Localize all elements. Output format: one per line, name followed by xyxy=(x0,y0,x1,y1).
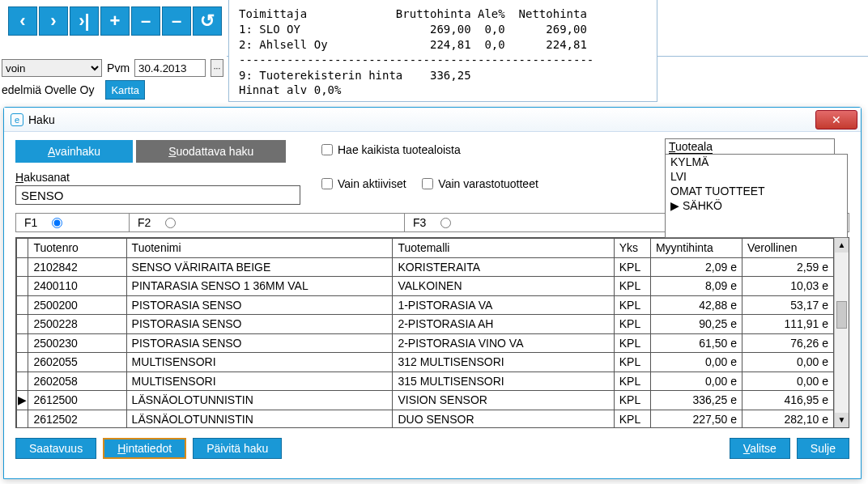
row-pointer: ▶ xyxy=(17,391,28,410)
f3-label: F3 xyxy=(413,216,426,229)
f2-radio[interactable] xyxy=(165,218,176,228)
cell-yks: KPL xyxy=(614,277,650,296)
nav-next-icon[interactable]: › xyxy=(39,6,68,36)
haku-dialog: e Haku ✕ Avainhaku Suodattava haku Hakus… xyxy=(3,107,862,479)
pvm-label: Pvm xyxy=(107,62,130,74)
scroll-down-icon[interactable]: ▼ xyxy=(835,413,849,427)
pvm-input[interactable] xyxy=(134,59,206,77)
cell-mh: 8,09 e xyxy=(650,277,742,296)
chk-vain-aktiiviset-label: Vain aktiiviset xyxy=(338,177,406,190)
cell-nimi: SENSO VÄRIRAITA BEIGE xyxy=(126,257,393,277)
cell-nro: 2400110 xyxy=(28,277,126,296)
tuoteala-item[interactable]: ▶SÄHKÖ xyxy=(666,198,847,213)
chk-vain-varasto[interactable] xyxy=(422,178,433,189)
nav-toolbar: ‹ › ›| + – – ↺ xyxy=(5,3,225,39)
paivita-button[interactable]: Päivitä haku xyxy=(193,438,282,459)
cell-malli: DUO SENSOR xyxy=(393,410,614,427)
row-pointer xyxy=(17,353,28,372)
kartta-button[interactable]: Kartta xyxy=(105,80,145,100)
f3-radio[interactable] xyxy=(440,218,451,228)
cell-malli: 1-PISTORASIA VA xyxy=(393,295,614,315)
scrollbar[interactable]: ▲ ▼ xyxy=(834,238,849,427)
voin-combo[interactable]: voin xyxy=(2,59,102,77)
add-icon[interactable]: + xyxy=(100,6,130,36)
chk-vain-aktiiviset[interactable] xyxy=(321,178,333,189)
nav-last-icon[interactable]: ›| xyxy=(70,6,99,36)
cell-yks: KPL xyxy=(614,371,650,391)
date-picker-icon[interactable]: ··· xyxy=(211,59,223,77)
scroll-thumb[interactable] xyxy=(836,301,847,329)
col-header[interactable]: Tuotenro xyxy=(28,239,126,258)
cell-mh: 227,50 e xyxy=(650,410,742,427)
tab-avainhaku[interactable]: Avainhaku xyxy=(15,140,133,163)
table-row[interactable]: 2102842SENSO VÄRIRAITA BEIGEKORISTERAITA… xyxy=(17,257,834,277)
cell-yks: KPL xyxy=(614,410,650,427)
table-row[interactable]: 2500228PISTORASIA SENSO2-PISTORASIA AHKP… xyxy=(17,315,834,334)
refresh-icon[interactable]: ↺ xyxy=(193,6,222,36)
cell-ver: 2,59 e xyxy=(742,257,833,277)
chk-hae-kaikista[interactable] xyxy=(321,144,333,155)
tuoteala-header: Tuoteala xyxy=(665,138,835,154)
cell-nimi: PISTORASIA SENSO xyxy=(126,333,393,353)
cell-nro: 2602058 xyxy=(28,371,126,391)
col-header[interactable]: Tuotenimi xyxy=(126,239,393,258)
tuoteala-item[interactable]: KYLMÄ xyxy=(666,155,847,169)
cell-ver: 416,95 e xyxy=(742,391,833,410)
results-table[interactable]: TuotenroTuotenimiTuotemalliYksMyyntihint… xyxy=(16,238,834,427)
col-header[interactable] xyxy=(17,239,28,258)
dialog-footer: Saatavuus Hintatiedot Päivitä haku Valit… xyxy=(15,438,849,459)
tuoteala-item[interactable]: OMAT TUOTTEET xyxy=(666,184,847,198)
scroll-up-icon[interactable]: ▲ xyxy=(835,238,849,253)
chk-vain-varasto-label: Vain varastotuotteet xyxy=(438,177,538,190)
cell-nimi: MULTISENSORI xyxy=(126,353,393,372)
close-icon[interactable]: ✕ xyxy=(815,110,857,129)
table-row[interactable]: 2602055MULTISENSORI312 MULTISENSORIKPL0,… xyxy=(17,353,834,372)
sulje-button[interactable]: Sulje xyxy=(797,438,849,459)
f1-radio[interactable] xyxy=(52,218,62,228)
table-row[interactable]: ▶2612500LÄSNÄOLOTUNNISTINVISION SENSORKP… xyxy=(17,391,834,410)
cell-nro: 2612500 xyxy=(28,391,126,410)
cell-mh: 61,50 e xyxy=(650,333,742,353)
tab-suodattava[interactable]: Suodattava haku xyxy=(136,140,286,163)
table-row[interactable]: 2500200PISTORASIA SENSO1-PISTORASIA VAKP… xyxy=(17,295,834,315)
col-header[interactable]: Tuotemalli xyxy=(393,239,614,258)
nav-prev-icon[interactable]: ‹ xyxy=(8,6,37,36)
remove-icon[interactable]: – xyxy=(131,6,160,36)
hakusanat-input[interactable] xyxy=(15,185,300,205)
cell-yks: KPL xyxy=(614,295,650,315)
table-row[interactable]: 2400110PINTARASIA SENSO 1 36MM VALVALKOI… xyxy=(17,277,834,296)
hintatiedot-button[interactable]: Hintatiedot xyxy=(103,438,186,459)
table-row[interactable]: 2500230PISTORASIA SENSO2-PISTORASIA VINO… xyxy=(17,333,834,353)
cell-yks: KPL xyxy=(614,391,650,410)
row-pointer xyxy=(17,257,28,277)
col-header[interactable]: Myyntihinta xyxy=(650,239,742,258)
col-header[interactable]: Yks xyxy=(614,239,650,258)
f2-label: F2 xyxy=(138,216,151,229)
chk-hae-kaikista-label: Hae kaikista tuotealoista xyxy=(338,143,461,156)
table-row[interactable]: 2612502LÄSNÄOLOTUNNISTINDUO SENSORKPL227… xyxy=(17,410,834,427)
tuoteala-listbox[interactable]: KYLMÄLVIOMAT TUOTTEET▶SÄHKÖ xyxy=(665,154,848,238)
cell-ver: 0,00 e xyxy=(742,371,833,391)
results-grid: TuotenroTuotenimiTuotemalliYksMyyntihint… xyxy=(15,237,849,428)
tuoteala-item[interactable]: LVI xyxy=(666,169,847,184)
f1-label: F1 xyxy=(24,216,37,229)
cell-mh: 42,88 e xyxy=(650,295,742,315)
cell-nro: 2500228 xyxy=(28,315,126,334)
table-row[interactable]: 2602058MULTISENSORI315 MULTISENSORIKPL0,… xyxy=(17,371,834,391)
row-pointer xyxy=(17,295,28,315)
cell-yks: KPL xyxy=(614,315,650,334)
cell-mh: 0,00 e xyxy=(650,371,742,391)
cell-mh: 336,25 e xyxy=(650,391,742,410)
cell-nro: 2500200 xyxy=(28,295,126,315)
cell-nimi: PINTARASIA SENSO 1 36MM VAL xyxy=(126,277,393,296)
cell-yks: KPL xyxy=(614,257,650,277)
cell-ver: 282,10 e xyxy=(742,410,833,427)
cell-malli: VISION SENSOR xyxy=(393,391,614,410)
cell-ver: 111,91 e xyxy=(742,315,833,334)
cell-nro: 2500230 xyxy=(28,333,126,353)
col-header[interactable]: Verollinen xyxy=(742,239,833,258)
saatavuus-button[interactable]: Saatavuus xyxy=(15,438,96,459)
valitse-button[interactable]: Valitse xyxy=(730,438,790,459)
cell-yks: KPL xyxy=(614,333,650,353)
minus2-icon[interactable]: – xyxy=(162,6,191,36)
